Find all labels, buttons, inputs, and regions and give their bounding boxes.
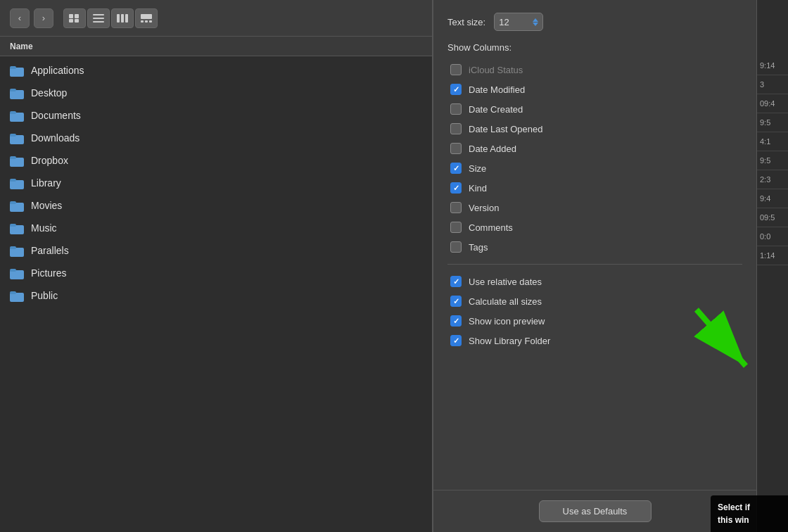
svg-rect-6 [93, 21, 104, 23]
checkmark-icon: ✓ [453, 278, 459, 286]
checkbox-label-date-created: Date Created [469, 104, 523, 115]
list-item[interactable]: Downloads [0, 127, 432, 149]
time-item: 9:5 [757, 113, 788, 132]
checkbox-kind[interactable]: ✓ Kind [447, 178, 742, 198]
column-view-button[interactable] [111, 8, 134, 28]
svg-rect-11 [141, 20, 144, 23]
text-size-value: 12 [499, 17, 509, 27]
checkbox-comments[interactable]: Comments [447, 217, 742, 237]
folder-icon [10, 86, 24, 100]
svg-rect-27 [10, 201, 16, 204]
gallery-view-button[interactable] [135, 8, 158, 28]
text-size-stepper[interactable] [533, 18, 538, 26]
svg-rect-1 [75, 14, 79, 18]
checkbox-box-show-icon-preview[interactable]: ✓ [450, 315, 462, 327]
list-item[interactable]: Library [0, 172, 432, 194]
list-item[interactable]: Documents [0, 104, 432, 127]
checkbox-box-size[interactable]: ✓ [450, 163, 462, 174]
folder-icon [10, 108, 24, 122]
checkbox-box-date-modified[interactable]: ✓ [450, 84, 462, 95]
checkbox-box-version[interactable] [450, 202, 462, 213]
stepper-up-icon[interactable] [533, 18, 538, 22]
view-button-group [63, 8, 158, 28]
checkbox-date-modified[interactable]: ✓ Date Modified [447, 80, 742, 99]
checkbox-box-date-created[interactable] [450, 103, 462, 115]
folder-icon [10, 266, 24, 280]
checkbox-show-icon-preview[interactable]: ✓ Show icon preview [447, 311, 742, 331]
checkbox-box-use-relative-dates[interactable]: ✓ [450, 276, 462, 287]
checkmark-icon: ✓ [453, 184, 459, 192]
settings-footer: Use as Defaults [433, 490, 756, 532]
list-item[interactable]: Applications [0, 59, 432, 82]
list-item[interactable]: Movies [0, 194, 432, 217]
file-name: Library [31, 177, 61, 189]
checkbox-tags[interactable]: Tags [447, 237, 742, 257]
checkbox-label-icloud-status: iCloud Status [469, 65, 523, 75]
stepper-down-icon[interactable] [533, 23, 538, 26]
checkbox-calculate-all-sizes[interactable]: ✓ Calculate all sizes [447, 291, 742, 311]
checkbox-icloud-status[interactable]: iCloud Status [447, 60, 742, 80]
time-item: 3 [757, 75, 788, 94]
svg-rect-4 [93, 14, 104, 15]
file-name: Movies [31, 200, 62, 211]
checkbox-box-tags[interactable] [450, 241, 462, 253]
checkbox-box-calculate-all-sizes[interactable]: ✓ [450, 296, 462, 307]
checkbox-label-kind: Kind [469, 183, 487, 194]
icon-view-button[interactable] [63, 8, 86, 28]
folder-icon [10, 131, 24, 145]
show-columns-label: Show Columns: [447, 42, 742, 53]
checkbox-box-show-library-folder[interactable]: ✓ [450, 335, 462, 346]
file-list: Applications Desktop Documents Downloads [0, 56, 432, 310]
settings-panel: Text size: 12 Show Columns: iCloud Statu… [433, 0, 756, 532]
checkbox-box-kind[interactable]: ✓ [450, 182, 462, 194]
columns-checkbox-list: iCloud Status ✓ Date Modified Date Creat… [447, 60, 742, 257]
checkbox-box-icloud-status[interactable] [450, 64, 462, 75]
finder-window: ‹ › Name A [0, 0, 433, 532]
text-size-select[interactable]: 12 [494, 13, 543, 31]
checkbox-version[interactable]: Version [447, 198, 742, 217]
list-item[interactable]: Parallels [0, 239, 432, 262]
checkbox-label-date-last-opened: Date Last Opened [469, 124, 543, 134]
file-name: Public [31, 290, 58, 301]
checkbox-label-calculate-all-sizes: Calculate all sizes [469, 296, 542, 307]
checkbox-label-version: Version [469, 203, 499, 213]
time-list: 9:14309:49:54:19:52:39:409:50:01:14 [757, 0, 788, 265]
right-edge-panel: 9:14309:49:54:19:52:39:409:50:01:14 [756, 0, 788, 532]
file-name: Downloads [31, 132, 80, 144]
checkbox-label-show-icon-preview: Show icon preview [469, 316, 545, 327]
checkbox-box-comments[interactable] [450, 222, 462, 233]
forward-button[interactable]: › [34, 8, 53, 28]
use-as-defaults-button[interactable]: Use as Defaults [539, 500, 652, 522]
svg-rect-17 [10, 89, 16, 91]
back-button[interactable]: ‹ [10, 8, 30, 28]
checkbox-show-library-folder[interactable]: ✓ Show Library Folder [447, 331, 742, 350]
file-name: Applications [31, 65, 84, 76]
svg-rect-15 [10, 66, 16, 69]
checkbox-use-relative-dates[interactable]: ✓ Use relative dates [447, 272, 742, 291]
file-name: Music [31, 222, 57, 234]
time-item: 9:4 [757, 189, 788, 208]
checkbox-date-last-opened[interactable]: Date Last Opened [447, 119, 742, 139]
list-item[interactable]: Public [0, 284, 432, 307]
time-item: 9:5 [757, 151, 788, 170]
checkbox-date-created[interactable]: Date Created [447, 99, 742, 119]
svg-rect-9 [125, 14, 128, 23]
text-size-label: Text size: [447, 17, 485, 27]
checkbox-label-size: Size [469, 163, 486, 174]
checkbox-date-added[interactable]: Date Added [447, 139, 742, 158]
list-item[interactable]: Music [0, 217, 432, 239]
list-item[interactable]: Pictures [0, 262, 432, 284]
svg-rect-8 [121, 14, 124, 23]
options-checkbox-list: ✓ Use relative dates ✓ Calculate all siz… [447, 272, 742, 350]
list-item[interactable]: Desktop [0, 82, 432, 104]
list-item[interactable]: Dropbox [0, 149, 432, 172]
checkbox-label-tags: Tags [469, 242, 488, 253]
svg-rect-31 [10, 246, 16, 249]
checkbox-box-date-added[interactable] [450, 143, 462, 154]
time-item: 09:5 [757, 208, 788, 227]
checkmark-icon: ✓ [453, 86, 459, 94]
checkbox-box-date-last-opened[interactable] [450, 123, 462, 134]
checkbox-size[interactable]: ✓ Size [447, 158, 742, 178]
folder-icon [10, 198, 24, 213]
list-view-button[interactable] [87, 8, 110, 28]
